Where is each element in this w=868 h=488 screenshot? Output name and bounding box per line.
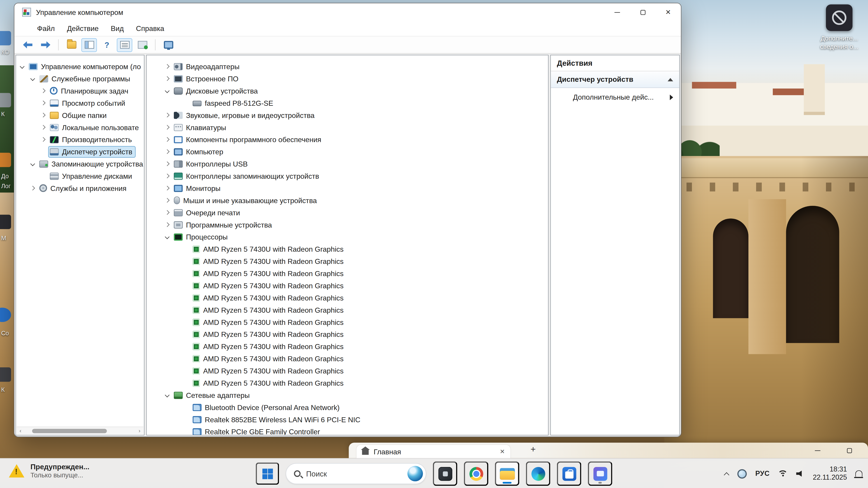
chevron-down-icon[interactable] [29, 160, 36, 168]
chevron-right-icon[interactable] [39, 111, 47, 119]
tree-item-gpu[interactable]: Видеоадаптеры [147, 60, 548, 72]
actions-group-header[interactable]: Диспетчер устройств [551, 71, 679, 88]
tree-item-body[interactable]: Видеоадаптеры [173, 61, 242, 72]
tree-item-storctl[interactable]: Контроллеры запоминающих устройств [147, 170, 548, 182]
tree-item-body[interactable]: AMD Ryzen 5 7430U with Radeon Graphics [191, 280, 346, 291]
chevron-right-icon[interactable] [39, 135, 47, 143]
start-button[interactable] [256, 462, 279, 485]
chevron-right-icon[interactable] [163, 123, 171, 131]
chevron-down-icon[interactable] [18, 63, 26, 70]
horizontal-scrollbar[interactable]: ‹ › [17, 427, 143, 434]
explorer-maximize-button[interactable] [837, 443, 862, 458]
tree-item-body[interactable]: Сетевые адаптеры [173, 390, 252, 400]
tree-item-netcat[interactable]: Сетевые адаптеры [147, 389, 548, 401]
tree-item-devmgr[interactable]: Диспетчер устройств [16, 145, 144, 158]
close-button[interactable]: ✕ [655, 3, 681, 21]
tree-item-cpu[interactable]: AMD Ryzen 5 7430U with Radeon Graphics [147, 304, 548, 316]
scrollbar-thumb[interactable] [32, 429, 107, 433]
tree-item-body[interactable]: Управление дисками [49, 171, 135, 182]
hidden-icons-chevron-icon[interactable] [724, 471, 729, 476]
chevron-right-icon[interactable] [163, 63, 171, 70]
tree-item-cpu[interactable]: AMD Ryzen 5 7430U with Radeon Graphics [147, 377, 548, 389]
desktop-icon-partial[interactable] [0, 367, 11, 382]
chevron-right-icon[interactable] [163, 135, 171, 143]
maximize-button[interactable] [630, 3, 655, 21]
search-box[interactable]: Поиск [286, 463, 426, 484]
desktop-icon-partial[interactable] [0, 93, 11, 107]
tree-item-diskcat[interactable]: Дисковые устройства [147, 85, 548, 97]
console-panes-button[interactable] [81, 38, 97, 52]
wifi-icon[interactable] [778, 470, 788, 477]
tree-item-body[interactable]: Звуковые, игровые и видеоустройства [173, 110, 317, 121]
help-button[interactable]: ? [99, 38, 115, 52]
tree-item-body[interactable]: Запоминающие устройства [38, 159, 145, 169]
explorer-tab[interactable]: Главная ✕ [356, 445, 510, 458]
tree-item-root[interactable]: Управление компьютером (ло [16, 60, 144, 72]
desktop-icon-label[interactable]: М [1, 234, 6, 241]
notification-bell-icon[interactable] [855, 470, 863, 477]
menu-action[interactable]: Действие [61, 22, 105, 35]
tree-item-cpu[interactable]: AMD Ryzen 5 7430U with Radeon Graphics [147, 340, 548, 352]
back-button[interactable] [20, 38, 35, 52]
chevron-right-icon[interactable] [39, 87, 47, 94]
tree-item-body[interactable]: Realtek 8852BE Wireless LAN WiFi 6 PCI-E… [191, 414, 363, 425]
chevron-right-icon[interactable] [163, 172, 171, 180]
chevron-right-icon[interactable] [39, 99, 47, 107]
tree-item-swcomp[interactable]: Компоненты программного обеспечения [147, 133, 548, 145]
list-view-button[interactable] [117, 38, 132, 52]
volume-icon[interactable] [796, 470, 805, 477]
tree-item-mon[interactable]: Мониторы [147, 182, 548, 194]
title-bar[interactable]: Управление компьютером ✕ [14, 3, 681, 21]
chevron-down-icon[interactable] [163, 233, 171, 240]
tree-item-body[interactable]: Мониторы [173, 183, 223, 193]
tree-item-mouse[interactable]: Мыши и иные указывающие устройства [147, 194, 548, 206]
tree-item-body[interactable]: AMD Ryzen 5 7430U with Radeon Graphics [191, 329, 346, 339]
more-actions-item[interactable]: Дополнительные дейс... [551, 88, 679, 106]
chevron-right-icon[interactable] [163, 221, 171, 228]
tree-item-body[interactable]: Контроллеры запоминающих устройств [173, 171, 322, 182]
tree-item-body[interactable]: AMD Ryzen 5 7430U with Radeon Graphics [191, 365, 346, 376]
desktop-icon-label[interactable]: КО [1, 49, 9, 55]
chevron-right-icon[interactable] [163, 184, 171, 192]
desktop-icon-additional-info[interactable] [826, 4, 852, 31]
tree-item-body[interactable]: Клавиатуры [173, 122, 229, 133]
tree-item-print[interactable]: Очереди печати [147, 206, 548, 219]
tree-item-body[interactable]: Управление компьютером (ло [28, 61, 144, 72]
tree-item-audio[interactable]: Звуковые, игровые и видеоустройства [147, 109, 548, 121]
tree-item-cpu[interactable]: AMD Ryzen 5 7430U with Radeon Graphics [147, 292, 548, 304]
desktop-icon-label[interactable]: Со [1, 330, 9, 336]
tree-item-body[interactable]: Служебные программы [38, 73, 133, 84]
forward-button[interactable] [38, 38, 53, 52]
show-console-tree-button[interactable] [64, 38, 79, 52]
file-explorer-titlebar[interactable]: Главная ✕ + [349, 443, 868, 458]
tree-item-body[interactable]: Службы и приложения [38, 183, 129, 193]
chevron-right-icon[interactable] [163, 208, 171, 216]
scroll-left-arrow-icon[interactable]: ‹ [17, 427, 24, 434]
tree-item-body[interactable]: Процессоры [173, 232, 230, 242]
scan-hardware-button[interactable] [160, 38, 176, 52]
tree-item-firmware[interactable]: Встроенное ПО [147, 72, 548, 85]
tree-item-cpu[interactable]: AMD Ryzen 5 7430U with Radeon Graphics [147, 316, 548, 328]
collapse-caret-icon[interactable] [668, 78, 673, 81]
tree-item-diskmgmt[interactable]: Управление дисками [16, 170, 144, 182]
chevron-right-icon[interactable] [163, 160, 171, 168]
tree-item-swdev[interactable]: Программные устройства [147, 219, 548, 231]
chevron-down-icon[interactable] [163, 87, 171, 94]
tray-circle-icon[interactable] [738, 469, 747, 479]
tree-item-shared[interactable]: Общие папки [16, 109, 144, 121]
chevron-right-icon[interactable] [163, 196, 171, 204]
chevron-right-icon[interactable] [39, 123, 47, 131]
tree-item-cpu[interactable]: AMD Ryzen 5 7430U with Radeon Graphics [147, 255, 548, 267]
tree-item-kbd[interactable]: Клавиатуры [147, 121, 548, 133]
tree-item-pc[interactable]: Компьютер [147, 145, 548, 158]
desktop-icon-partial[interactable] [0, 153, 11, 167]
desktop-icon-partial[interactable] [0, 215, 11, 229]
minimize-button[interactable] [604, 3, 630, 21]
taskbar-store[interactable] [557, 461, 581, 486]
tree-item-net[interactable]: Bluetooth Device (Personal Area Network) [147, 401, 548, 414]
desktop-icon-label[interactable]: До [1, 173, 9, 179]
tree-item-storage[interactable]: Запоминающие устройства [16, 158, 144, 170]
taskbar-browser[interactable] [464, 461, 488, 486]
tree-item-body[interactable]: faspeed P8-512G-SE [191, 98, 276, 108]
tree-item-body[interactable]: Дисковые устройства [173, 86, 260, 96]
